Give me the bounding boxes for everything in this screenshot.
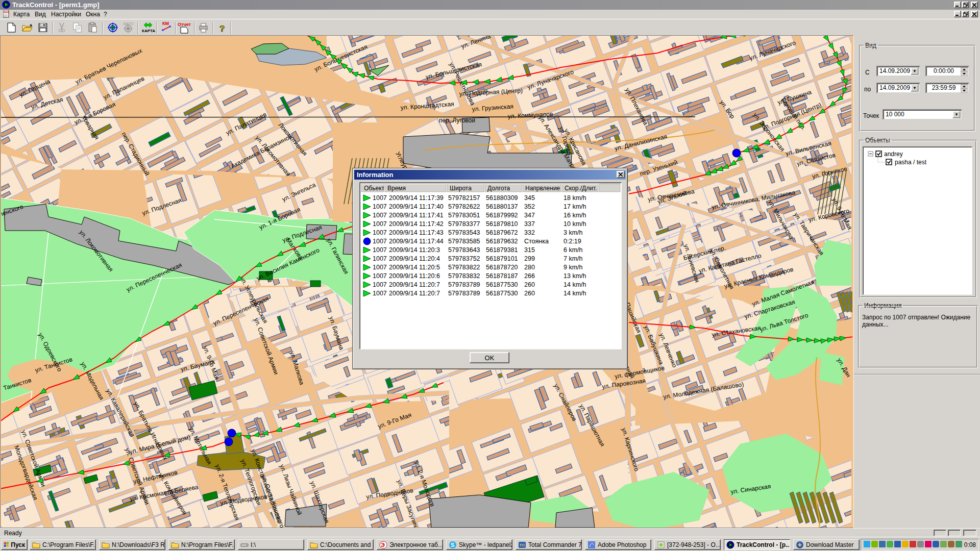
svg-text:14 km/h: 14 km/h — [564, 290, 586, 297]
svg-text:579783832: 579783832 — [448, 272, 480, 280]
svg-text:?: ? — [219, 24, 225, 34]
svg-text:1007: 1007 — [373, 272, 387, 280]
svg-text:579782622: 579782622 — [448, 203, 480, 210]
svg-text:1007: 1007 — [373, 281, 387, 288]
svg-text:561880137: 561880137 — [486, 203, 518, 210]
svg-text:337: 337 — [524, 220, 535, 228]
svg-text:1007: 1007 — [373, 212, 387, 219]
svg-text:16 km/h: 16 km/h — [564, 212, 586, 219]
svg-text:579783585: 579783585 — [448, 238, 480, 245]
svg-text:17 km/h: 17 km/h — [564, 203, 586, 210]
svg-text:Обьект: Обьект — [364, 185, 385, 192]
svg-text:1007: 1007 — [373, 290, 387, 297]
svg-text:18 km/h: 18 km/h — [564, 194, 586, 202]
svg-text:9 km/h: 9 km/h — [564, 264, 583, 271]
svg-text:561878187: 561878187 — [486, 272, 518, 280]
svg-text:561879632: 561879632 — [486, 238, 518, 245]
svg-text:1007: 1007 — [373, 229, 387, 236]
svg-text:КАРТА: КАРТА — [142, 29, 155, 33]
svg-text:561877530: 561877530 — [486, 281, 518, 288]
svg-text:561879101: 561879101 — [486, 255, 518, 262]
svg-text:579783543: 579783543 — [448, 229, 480, 236]
svg-text:2009/9/14 11:17:40: 2009/9/14 11:17:40 — [389, 203, 444, 210]
svg-text:299: 299 — [524, 255, 535, 262]
svg-text:579783789: 579783789 — [448, 290, 480, 297]
svg-text:14 km/h: 14 km/h — [564, 281, 586, 288]
svg-text:Стоянка: Стоянка — [524, 238, 549, 245]
svg-text:2009/9/14 11:17:41: 2009/9/14 11:17:41 — [389, 212, 444, 219]
svg-text:Напрвление: Напрвление — [525, 185, 560, 192]
svg-text:579782157: 579782157 — [448, 194, 480, 202]
svg-text:352: 352 — [524, 203, 535, 210]
svg-text:DOC: DOC — [4, 11, 10, 14]
svg-text:13 km/h: 13 km/h — [564, 272, 586, 280]
svg-text:579783051: 579783051 — [448, 212, 480, 219]
svg-text:3 km/h: 3 km/h — [564, 229, 583, 236]
svg-text:10 km/h: 10 km/h — [564, 220, 586, 228]
svg-text:315: 315 — [524, 246, 535, 254]
svg-text:Скор./Длит.: Скор./Длит. — [565, 185, 597, 192]
svg-text:2009/9/14 11:20:7: 2009/9/14 11:20:7 — [389, 290, 440, 297]
svg-text:561879810: 561879810 — [486, 220, 518, 228]
svg-text:345: 345 — [524, 194, 535, 202]
svg-text:6 km/h: 6 km/h — [564, 246, 583, 254]
svg-text:2009/9/14 11:20:7: 2009/9/14 11:20:7 — [389, 281, 440, 288]
svg-text:7 km/h: 7 km/h — [564, 255, 583, 262]
svg-text:260: 260 — [524, 290, 535, 297]
svg-text:2009/9/14 11:17:42: 2009/9/14 11:17:42 — [389, 220, 444, 228]
svg-text:1007: 1007 — [373, 255, 387, 262]
svg-text:Время: Время — [387, 185, 406, 192]
svg-text:2009/9/14 11:17:39: 2009/9/14 11:17:39 — [389, 194, 444, 202]
svg-text:1007: 1007 — [373, 246, 387, 254]
svg-text:Отчет: Отчет — [178, 22, 191, 27]
svg-text:266: 266 — [524, 272, 535, 280]
svg-text:332: 332 — [524, 229, 535, 236]
svg-text:260: 260 — [524, 281, 535, 288]
svg-text:Долгота: Долгота — [487, 185, 510, 192]
svg-text:561877530: 561877530 — [486, 290, 518, 297]
svg-text:561879672: 561879672 — [486, 229, 518, 236]
svg-text:1007: 1007 — [373, 203, 387, 210]
svg-text:1007: 1007 — [373, 194, 387, 202]
svg-text:0:2:19: 0:2:19 — [564, 238, 581, 245]
svg-text:2009/9/14 11:20:5: 2009/9/14 11:20:5 — [389, 264, 440, 271]
svg-text:579783643: 579783643 — [448, 246, 480, 254]
svg-text:280: 280 — [524, 264, 535, 271]
svg-text:S: S — [451, 542, 454, 548]
svg-text:2009/9/14 11:20:6: 2009/9/14 11:20:6 — [389, 272, 440, 280]
svg-text:561879381: 561879381 — [486, 246, 518, 254]
svg-text:561880309: 561880309 — [486, 194, 518, 202]
svg-text:пер. Луговой: пер. Луговой — [439, 117, 475, 124]
svg-text:2009/9/14 11:20:4: 2009/9/14 11:20:4 — [389, 255, 440, 262]
svg-text:2009/9/14 11:17:44: 2009/9/14 11:17:44 — [389, 238, 444, 245]
svg-text:1007: 1007 — [373, 220, 387, 228]
svg-text:Широта: Широта — [450, 185, 472, 192]
svg-text:1007: 1007 — [373, 238, 387, 245]
svg-text:561878720: 561878720 — [486, 264, 518, 271]
svg-text:579783752: 579783752 — [448, 255, 480, 262]
svg-text:Э: Э — [381, 542, 385, 548]
svg-text:КМ: КМ — [162, 21, 169, 26]
svg-text:TC: TC — [520, 543, 525, 547]
svg-text:579783822: 579783822 — [448, 264, 480, 271]
svg-text:561879992: 561879992 — [486, 212, 518, 219]
svg-text:1007: 1007 — [373, 264, 387, 271]
svg-text:347: 347 — [524, 212, 535, 219]
svg-text:579783377: 579783377 — [448, 220, 480, 228]
svg-text:579783789: 579783789 — [448, 281, 480, 288]
svg-text:2009/9/14 11:17:43: 2009/9/14 11:17:43 — [389, 229, 444, 236]
svg-text:2009/9/14 11:20:3: 2009/9/14 11:20:3 — [389, 246, 440, 254]
